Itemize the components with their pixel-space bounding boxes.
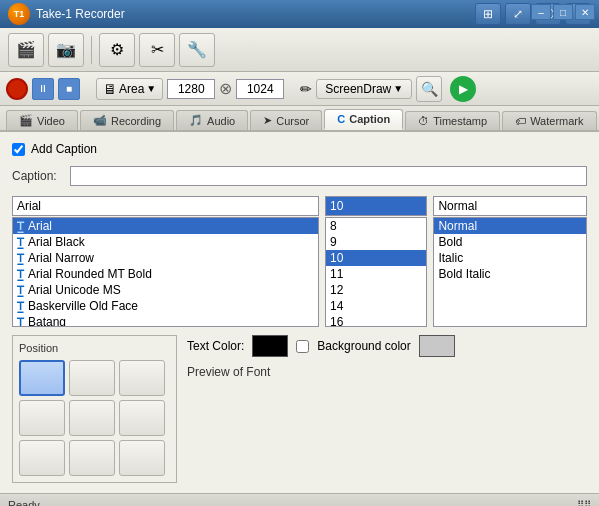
caption-text-input[interactable] [70, 166, 587, 186]
watermark-tab-icon: 🏷 [515, 115, 526, 127]
pause-button[interactable]: ⏸ [32, 78, 54, 100]
minimize-button[interactable]: – [531, 4, 551, 20]
caption-tab-icon: C [337, 113, 345, 125]
title-bar: T1 Take-1 Recorder ⊞ ⤢ ⓘ ? – □ ✕ [0, 0, 599, 28]
style-normal[interactable]: Normal [434, 218, 586, 234]
ti-icon: T̲ [17, 300, 24, 313]
size-item-10[interactable]: 10 [326, 250, 426, 266]
area-button[interactable]: 🖥 Area ▼ [96, 78, 163, 100]
size-separator: ⊗ [219, 79, 232, 98]
caption-tab-label: Caption [349, 113, 390, 125]
area-dropdown-icon[interactable]: ▼ [146, 83, 156, 94]
add-caption-row: Add Caption [12, 142, 587, 156]
tab-audio[interactable]: 🎵 Audio [176, 110, 248, 130]
tab-cursor[interactable]: ➤ Cursor [250, 110, 322, 130]
cursor-tab-icon: ➤ [263, 114, 272, 127]
tab-video[interactable]: 🎬 Video [6, 110, 78, 130]
font-item-arial-black[interactable]: T̲ Arial Black [13, 234, 318, 250]
font-item-batang[interactable]: T̲ Batang [13, 314, 318, 327]
font-style-box: Normal Bold Italic Bold Italic [433, 196, 587, 327]
pos-top-right[interactable] [119, 360, 165, 396]
bg-color-checkbox[interactable] [296, 340, 309, 353]
tools-button[interactable]: 🔧 [179, 33, 215, 67]
stop-button[interactable]: ■ [58, 78, 80, 100]
font-size-input[interactable] [325, 196, 427, 216]
font-preview-label: Preview of Font [187, 365, 587, 379]
text-color-swatch[interactable] [252, 335, 288, 357]
resize-icon[interactable]: ⤢ [505, 3, 531, 25]
font-item-baskerville[interactable]: T̲ Baskerville Old Face [13, 298, 318, 314]
font-name-box: T̲ Arial T̲ Arial Black T̲ Arial Narrow … [12, 196, 319, 327]
record-button[interactable] [6, 78, 28, 100]
pos-bottom-left[interactable] [19, 440, 65, 476]
font-item-arial-narrow[interactable]: T̲ Arial Narrow [13, 250, 318, 266]
font-size-box: 8 9 10 11 12 14 16 [325, 196, 427, 327]
height-input[interactable] [236, 79, 284, 99]
size-item-12[interactable]: 12 [326, 282, 426, 298]
add-caption-checkbox[interactable] [12, 143, 25, 156]
pos-top-center[interactable] [69, 360, 115, 396]
tab-watermark[interactable]: 🏷 Watermark [502, 111, 596, 130]
width-input[interactable] [167, 79, 215, 99]
tab-caption[interactable]: C Caption [324, 109, 403, 130]
style-bold-italic[interactable]: Bold Italic [434, 266, 586, 282]
settings-tool-button[interactable]: ⚙ [99, 33, 135, 67]
pos-bottom-center[interactable] [69, 440, 115, 476]
maximize-button[interactable]: □ [553, 4, 573, 20]
play-button[interactable]: ▶ [450, 76, 476, 102]
camera-tool-button[interactable]: 📷 [48, 33, 84, 67]
position-box: Position [12, 335, 177, 483]
size-item-9[interactable]: 9 [326, 234, 426, 250]
font-name-input[interactable] [12, 196, 319, 216]
pos-middle-center[interactable] [69, 400, 115, 436]
color-row: Text Color: Background color [187, 335, 587, 357]
font-item-arial[interactable]: T̲ Arial [13, 218, 318, 234]
size-item-14[interactable]: 14 [326, 298, 426, 314]
status-icon: ⠿⠿ [577, 499, 591, 506]
audio-tab-icon: 🎵 [189, 114, 203, 127]
video-tool-button[interactable]: 🎬 [8, 33, 44, 67]
pos-middle-right[interactable] [119, 400, 165, 436]
font-style-input[interactable] [433, 196, 587, 216]
size-item-11[interactable]: 11 [326, 266, 426, 282]
ti-icon: T̲ [17, 236, 24, 249]
screendraw-label: ScreenDraw [325, 82, 391, 96]
position-label: Position [19, 342, 170, 354]
edit-tool-button[interactable]: ✂ [139, 33, 175, 67]
cursor-tab-label: Cursor [276, 115, 309, 127]
close-button[interactable]: ✕ [575, 4, 595, 20]
area-label: Area [119, 82, 144, 96]
font-item-arial-rounded[interactable]: T̲ Arial Rounded MT Bold [13, 266, 318, 282]
monitor-icon[interactable]: ⊞ [475, 3, 501, 25]
zoom-button[interactable]: 🔍 [416, 76, 442, 102]
timestamp-tab-icon: ⏱ [418, 115, 429, 127]
bg-color-swatch[interactable] [419, 335, 455, 357]
toolbar-separator [91, 36, 92, 64]
caption-field-label: Caption: [12, 169, 62, 183]
pos-top-left[interactable] [19, 360, 65, 396]
font-selection-area: T̲ Arial T̲ Arial Black T̲ Arial Narrow … [12, 196, 587, 327]
pos-middle-left[interactable] [19, 400, 65, 436]
status-text: Ready [8, 499, 40, 507]
bg-color-label: Background color [317, 339, 410, 353]
font-item-arial-unicode[interactable]: T̲ Arial Unicode MS [13, 282, 318, 298]
tab-timestamp[interactable]: ⏱ Timestamp [405, 111, 500, 130]
screendraw-dropdown-icon[interactable]: ▼ [393, 83, 403, 94]
style-italic[interactable]: Italic [434, 250, 586, 266]
screendraw-button[interactable]: ScreenDraw ▼ [316, 79, 412, 99]
pencil-icon: ✏ [300, 81, 312, 97]
video-tab-label: Video [37, 115, 65, 127]
tab-recording[interactable]: 📹 Recording [80, 110, 174, 130]
size-item-8[interactable]: 8 [326, 218, 426, 234]
style-bold[interactable]: Bold [434, 234, 586, 250]
watermark-tab-label: Watermark [530, 115, 583, 127]
text-color-label: Text Color: [187, 339, 244, 353]
pos-bottom-right[interactable] [119, 440, 165, 476]
ti-icon: T̲ [17, 268, 24, 281]
size-item-16[interactable]: 16 [326, 314, 426, 327]
ti-icon: T̲ [17, 316, 24, 328]
ti-icon: T̲ [17, 220, 24, 233]
font-size-list: 8 9 10 11 12 14 16 [325, 217, 427, 327]
recording-tab-icon: 📹 [93, 114, 107, 127]
app-icon: T1 [8, 3, 30, 25]
